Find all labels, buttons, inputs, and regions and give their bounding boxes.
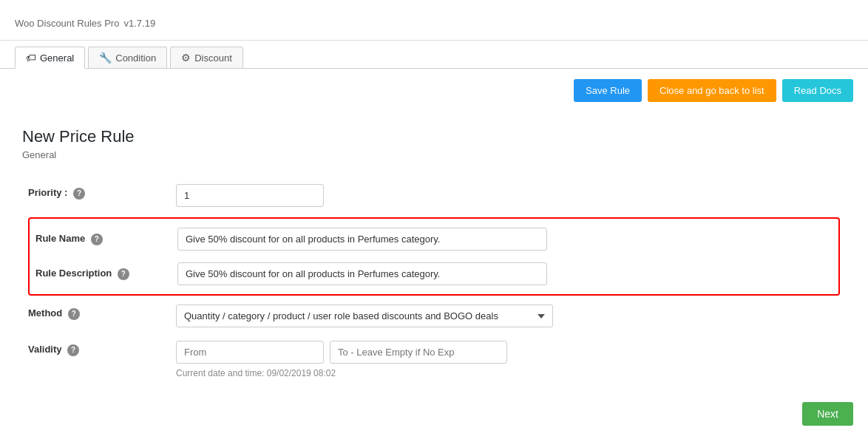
toolbar: Save Rule Close and go back to list Read… — [0, 69, 868, 112]
form-section-subtitle: General — [22, 149, 846, 160]
validity-to-input[interactable] — [330, 341, 507, 364]
tab-general[interactable]: 🏷 General — [15, 47, 85, 69]
current-date-label: Current date and time: 09/02/2019 08:02 — [176, 368, 840, 378]
discount-tab-label: Discount — [194, 52, 232, 64]
tab-condition[interactable]: 🔧 Condition — [88, 47, 167, 68]
method-select[interactable]: Quantity / category / product / user rol… — [176, 304, 553, 327]
rule-description-input[interactable] — [177, 262, 547, 285]
discount-tab-icon: ⚙ — [181, 52, 191, 64]
next-button[interactable]: Next — [802, 402, 853, 426]
tab-discount[interactable]: ⚙ Discount — [170, 47, 243, 68]
validity-from-input[interactable] — [176, 341, 324, 364]
rule-name-row: Rule Name ? — [30, 222, 838, 256]
validity-row: Validity ? Current date and time: 09/02/… — [22, 335, 846, 386]
validity-input-cell: Current date and time: 09/02/2019 08:02 — [170, 335, 846, 386]
general-tab-label: General — [40, 52, 74, 64]
rule-name-input-cell — [177, 228, 547, 251]
validity-inputs — [176, 341, 840, 364]
save-rule-button[interactable]: Save Rule — [574, 79, 642, 102]
method-row: Method ? Quantity / category / product /… — [22, 299, 846, 335]
rule-description-help-icon[interactable]: ? — [118, 268, 129, 280]
page-title: Woo Discount Rules Pro v1.7.19 — [15, 12, 853, 31]
rule-description-input-cell — [177, 262, 547, 285]
rule-description-label: Rule Description ? — [35, 268, 177, 280]
rule-name-help-icon[interactable]: ? — [91, 234, 103, 245]
highlight-box: Rule Name ? Rule Description — [28, 217, 840, 296]
validity-help-icon[interactable]: ? — [67, 344, 79, 356]
rule-description-row: Rule Description ? — [30, 256, 838, 291]
validity-label: Validity ? — [22, 335, 170, 386]
priority-help-icon[interactable]: ? — [73, 188, 85, 200]
rule-name-label: Rule Name ? — [35, 233, 177, 245]
highlighted-fields-row: Rule Name ? Rule Description — [22, 214, 846, 299]
rule-name-input[interactable] — [177, 228, 547, 251]
app-title-text: Woo Discount Rules Pro — [15, 18, 119, 29]
priority-input-cell — [170, 178, 846, 214]
read-docs-button[interactable]: Read Docs — [782, 79, 853, 102]
page-wrapper: Woo Discount Rules Pro v1.7.19 🏷 General… — [0, 0, 868, 439]
priority-input[interactable] — [176, 184, 324, 207]
content-area: New Price Rule General Priority : ? — [0, 112, 868, 401]
form-table: Priority : ? Rule Name — [22, 178, 846, 386]
condition-tab-label: Condition — [115, 52, 156, 64]
form-section-title: New Price Rule — [22, 127, 846, 146]
general-tab-icon: 🏷 — [26, 52, 36, 64]
priority-label: Priority : ? — [22, 178, 170, 214]
app-version: v1.7.19 — [124, 18, 156, 29]
priority-row: Priority : ? — [22, 178, 846, 214]
method-label: Method ? — [22, 299, 170, 335]
method-help-icon[interactable]: ? — [68, 308, 80, 320]
page-header: Woo Discount Rules Pro v1.7.19 — [0, 0, 868, 41]
method-input-cell: Quantity / category / product / user rol… — [170, 299, 846, 335]
condition-tab-icon: 🔧 — [99, 52, 112, 64]
close-back-button[interactable]: Close and go back to list — [648, 79, 776, 102]
tabs-bar: 🏷 General 🔧 Condition ⚙ Discount — [0, 41, 868, 69]
